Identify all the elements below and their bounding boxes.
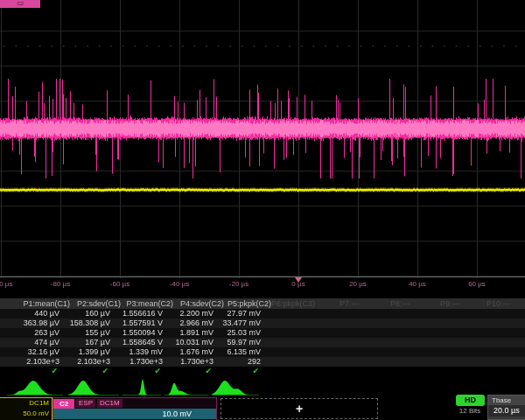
time-axis-label: -80 µs: [51, 280, 70, 288]
add-trace-button[interactable]: +: [220, 398, 378, 419]
measure-status-check: ✔: [186, 367, 259, 376]
measure-value: 59.97 mV: [187, 338, 261, 347]
c2-scale-value: 10.0 mV: [53, 409, 216, 419]
channel-c1-descriptor[interactable]: DC1M 50.0 mV: [0, 397, 52, 420]
oscilloscope-screen: C2 -100 µs-80 µs-60 µs-40 µs-20 µs0 µs20…: [0, 0, 525, 420]
time-axis-label: 60 µs: [468, 280, 486, 288]
measure-header-p5[interactable]: P5:pkpk(C2): [198, 299, 271, 309]
resolution-bits-label: 12 Bits: [449, 407, 491, 415]
tbase-title: Tbase: [488, 396, 525, 405]
measure-header-unused[interactable]: P10:---: [486, 299, 511, 309]
c2-esp-tag: ESP: [76, 399, 95, 408]
time-axis-label: -40 µs: [170, 280, 189, 288]
hd-mode-badge[interactable]: HD: [456, 395, 485, 406]
time-axis-label: -20 µs: [229, 280, 248, 288]
measure-value: 292: [187, 357, 261, 367]
channel-c2-descriptor[interactable]: C2 ESP DC1M 10.0 mV: [52, 397, 217, 420]
measure-value: 33.477 mV: [187, 318, 261, 328]
measure-header-unused[interactable]: P8:---: [390, 299, 410, 309]
measure-value: 25.03 mV: [187, 328, 261, 338]
time-axis-label: -100 µs: [0, 280, 12, 288]
trigger-position-marker[interactable]: [295, 277, 302, 283]
waveform-grid-canvas: [0, 0, 525, 278]
trace-annotation-chip: C2: [0, 0, 40, 8]
timebase-axis: -100 µs-80 µs-60 µs-40 µs-20 µs0 µs20 µs…: [0, 277, 525, 294]
measure-value: 27.97 mV: [187, 309, 261, 318]
time-axis-label: 40 µs: [409, 280, 426, 288]
descriptor-bar: DC1M 50.0 mV C2 ESP DC1M 10.0 mV + HD 12…: [0, 396, 525, 420]
histicon-strip: [0, 376, 525, 396]
timebase-descriptor[interactable]: Tbase 20.0 µs: [487, 395, 525, 420]
c1-scale-value: 50.0 mV: [0, 409, 52, 419]
c1-coupling-label: DC1M: [0, 398, 52, 409]
c2-channel-badge: C2: [53, 399, 74, 409]
measure-header-unused[interactable]: P9:---: [440, 299, 460, 309]
measure-value: 6.135 mV: [187, 347, 261, 357]
time-axis-label: 20 µs: [349, 280, 367, 288]
measure-header-unused[interactable]: P7:---: [340, 299, 360, 309]
time-axis-label: -60 µs: [110, 280, 130, 288]
c2-coupling-tag: DC1M: [97, 399, 122, 408]
tbase-value: 20.0 µs: [488, 405, 525, 416]
measure-header-unused[interactable]: P6:pkpk(C3): [271, 299, 315, 309]
